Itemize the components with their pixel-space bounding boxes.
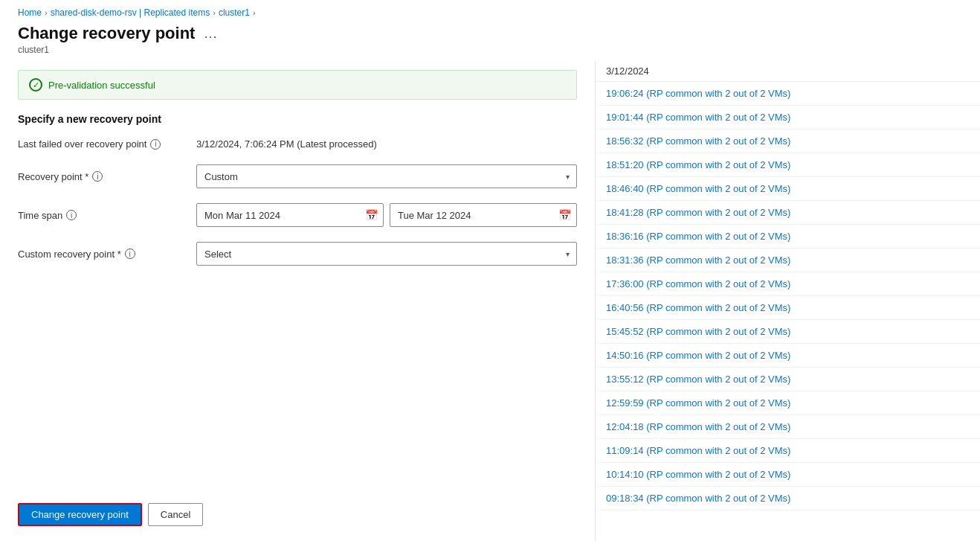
list-item[interactable]: 15:45:52 (RP common with 2 out of 2 VMs) bbox=[596, 320, 980, 344]
success-text: Pre-validation successful bbox=[48, 80, 155, 91]
last-failed-row: Last failed over recovery point i 3/12/2… bbox=[18, 138, 577, 150]
date-to-wrapper: 📅 bbox=[390, 203, 577, 227]
recovery-point-dropdown-wrapper: Latest processedLatest app-consistentCus… bbox=[196, 164, 577, 188]
list-item[interactable]: 18:31:36 (RP common with 2 out of 2 VMs) bbox=[596, 249, 980, 272]
list-item[interactable]: 09:18:34 (RP common with 2 out of 2 VMs) bbox=[596, 487, 980, 510]
last-failed-label: Last failed over recovery point i bbox=[18, 138, 196, 150]
breadcrumb-cluster[interactable]: cluster1 bbox=[219, 7, 250, 18]
list-item[interactable]: 14:50:16 (RP common with 2 out of 2 VMs) bbox=[596, 344, 980, 368]
last-failed-info-icon[interactable]: i bbox=[150, 139, 161, 150]
success-banner: ✓ Pre-validation successful bbox=[18, 70, 577, 100]
breadcrumb-sep-3: › bbox=[253, 8, 256, 17]
page-header: Change recovery point ... cluster1 bbox=[0, 22, 980, 61]
list-item[interactable]: 18:41:28 (RP common with 2 out of 2 VMs) bbox=[596, 201, 980, 225]
recovery-point-select[interactable]: Latest processedLatest app-consistentCus… bbox=[196, 164, 577, 188]
list-item[interactable]: 12:59:59 (RP common with 2 out of 2 VMs) bbox=[596, 391, 980, 415]
custom-rp-info-icon[interactable]: i bbox=[125, 249, 135, 259]
list-item[interactable]: 18:56:32 (RP common with 2 out of 2 VMs) bbox=[596, 129, 980, 153]
list-item[interactable]: 11:09:14 (RP common with 2 out of 2 VMs) bbox=[596, 439, 980, 463]
list-item[interactable]: 17:36:00 (RP common with 2 out of 2 VMs) bbox=[596, 272, 980, 296]
ellipsis-button[interactable]: ... bbox=[201, 25, 220, 43]
change-recovery-point-button[interactable]: Change recovery point bbox=[18, 503, 142, 526]
section-heading: Specify a new recovery point bbox=[18, 113, 577, 125]
custom-rp-row: Custom recovery point * i Select ▾ bbox=[18, 242, 577, 266]
time-span-info-icon[interactable]: i bbox=[66, 210, 77, 220]
custom-rp-dropdown-wrapper: Select ▾ bbox=[196, 242, 577, 266]
list-item[interactable]: 18:36:16 (RP common with 2 out of 2 VMs) bbox=[596, 225, 980, 249]
list-item[interactable]: 18:51:20 (RP common with 2 out of 2 VMs) bbox=[596, 153, 980, 177]
list-item[interactable]: 16:40:56 (RP common with 2 out of 2 VMs) bbox=[596, 296, 980, 320]
left-panel: ✓ Pre-validation successful Specify a ne… bbox=[0, 61, 595, 541]
date-from-wrapper: 📅 bbox=[196, 203, 384, 227]
custom-rp-label: Custom recovery point * i bbox=[18, 249, 196, 260]
breadcrumb-home[interactable]: Home bbox=[18, 7, 42, 18]
date-range-row: 📅 📅 bbox=[196, 203, 577, 227]
list-item[interactable]: 13:55:12 (RP common with 2 out of 2 VMs) bbox=[596, 368, 980, 391]
list-item[interactable]: 10:14:10 (RP common with 2 out of 2 VMs) bbox=[596, 463, 980, 487]
time-span-label: Time span i bbox=[18, 210, 196, 221]
list-item[interactable]: 19:06:24 (RP common with 2 out of 2 VMs) bbox=[596, 82, 980, 106]
recovery-point-label: Recovery point * i bbox=[18, 171, 196, 182]
breadcrumb-sep-2: › bbox=[213, 8, 216, 17]
footer-buttons: Change recovery point Cancel bbox=[18, 491, 577, 532]
right-panel: 3/12/2024 19:06:24 (RP common with 2 out… bbox=[595, 61, 980, 541]
breadcrumb: Home › shared-disk-demo-rsv | Replicated… bbox=[0, 0, 980, 22]
page-subtitle: cluster1 bbox=[18, 45, 962, 55]
list-item[interactable]: 12:04:18 (RP common with 2 out of 2 VMs) bbox=[596, 415, 980, 439]
breadcrumb-sep-1: › bbox=[45, 8, 48, 17]
recovery-point-row: Recovery point * i Latest processedLates… bbox=[18, 164, 577, 188]
cancel-button[interactable]: Cancel bbox=[148, 503, 203, 526]
list-item[interactable]: 18:46:40 (RP common with 2 out of 2 VMs) bbox=[596, 177, 980, 201]
page-title: Change recovery point bbox=[18, 24, 195, 43]
dropdown-date-header: 3/12/2024 bbox=[596, 61, 980, 82]
list-item[interactable]: 19:01:44 (RP common with 2 out of 2 VMs) bbox=[596, 106, 980, 129]
success-icon: ✓ bbox=[29, 78, 42, 92]
breadcrumb-rsv[interactable]: shared-disk-demo-rsv | Replicated items bbox=[51, 7, 210, 18]
custom-rp-select[interactable]: Select bbox=[196, 242, 577, 266]
date-to-input[interactable] bbox=[390, 203, 577, 227]
last-failed-value: 3/12/2024, 7:06:24 PM (Latest processed) bbox=[196, 138, 577, 150]
dropdown-list-container[interactable]: 3/12/2024 19:06:24 (RP common with 2 out… bbox=[596, 61, 980, 541]
time-span-row: Time span i 📅 📅 bbox=[18, 203, 577, 227]
main-layout: ✓ Pre-validation successful Specify a ne… bbox=[0, 61, 980, 541]
recovery-point-info-icon[interactable]: i bbox=[92, 171, 103, 182]
date-from-input[interactable] bbox=[196, 203, 384, 227]
